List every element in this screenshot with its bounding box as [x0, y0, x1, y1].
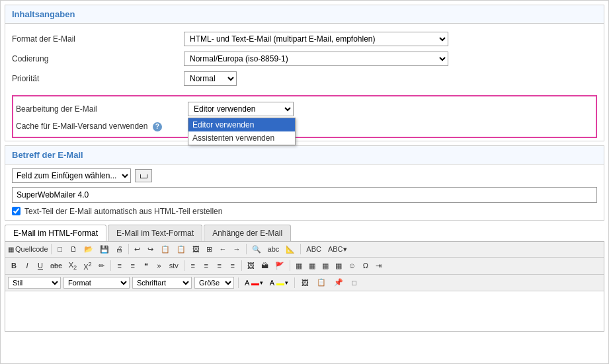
bearbeitung-select[interactable]: Editor verwenden — [188, 102, 294, 116]
bearbeitung-control: Editor verwenden Editor verwenden Assist… — [188, 102, 593, 116]
tab-anhaenge[interactable]: Anhänge der E-Mail — [204, 225, 291, 241]
font-color-button[interactable]: A ▾ — [243, 277, 265, 288]
insert-field-button[interactable]: ⌴ — [135, 169, 152, 182]
source-icon: ▦ — [8, 246, 14, 253]
toolbar-sep-4 — [300, 244, 301, 254]
format-copy-btn[interactable]: 📋 — [314, 277, 329, 288]
superscript-button[interactable]: X2 — [81, 260, 94, 272]
toolbar-sep-6 — [184, 260, 184, 271]
table3-button[interactable]: ▦ — [306, 260, 318, 272]
editor-container: ▦ Quellcode □ 🗋 📂 💾 🖨 ↩ ↪ 📋 📋 🖼 ⊞ ← → 🔍 … — [5, 241, 604, 332]
subject-input[interactable] — [12, 187, 597, 203]
toolbar-paste-btn[interactable]: 📋 — [174, 244, 188, 255]
toolbar-row-1: ▦ Quellcode □ 🗋 📂 💾 🖨 ↩ ↪ 📋 📋 🖼 ⊞ ← → 🔍 … — [5, 242, 604, 258]
toolbar-sep-2 — [128, 244, 129, 254]
outdent-button[interactable]: stv — [167, 260, 181, 271]
size-select[interactable]: Größe — [194, 277, 234, 289]
indent-button[interactable]: » — [153, 260, 165, 271]
codierung-row: Codierung Normal/Europa (iso-8859-1) — [12, 49, 597, 69]
emoji-button[interactable]: ☺ — [346, 260, 358, 271]
tabs-row: E-Mail im HTML-Format E-Mail im Text-For… — [5, 225, 604, 241]
toolbar-back-btn[interactable]: ← — [217, 244, 229, 254]
tab-html-format[interactable]: E-Mail im HTML-Format — [5, 225, 106, 241]
toolbar-newdoc-btn[interactable]: □ — [54, 244, 66, 254]
autotext-checkbox-row: Text-Teil der E-Mail automatisch aus HTM… — [12, 207, 597, 216]
bearbeitung-cache-box: Bearbeitung der E-Mail Editor verwenden … — [12, 95, 597, 138]
ol-button[interactable]: ≡ — [114, 260, 126, 271]
toolbar-print-btn[interactable]: 🖨 — [113, 244, 126, 254]
bearbeitung-dropdown-container: Editor verwenden Editor verwenden Assist… — [188, 102, 294, 116]
tab-button[interactable]: ⇥ — [373, 260, 385, 272]
tab-text-format[interactable]: E-Mail im Text-Format — [108, 225, 202, 241]
toolbar-fwd-btn[interactable]: → — [231, 244, 243, 254]
format-select[interactable]: HTML- und Text-E-Mail (multipart E-Mail,… — [184, 32, 448, 46]
toolbar-templates-btn[interactable]: 🗋 — [67, 244, 80, 254]
format-paste-btn[interactable]: 📌 — [331, 277, 346, 288]
dropdown-editor-item[interactable]: Editor verwenden — [188, 118, 295, 131]
toolbar-abc-btn[interactable]: ABC — [304, 244, 324, 254]
bearbeitung-dropdown-list: Editor verwenden Assistenten verwenden — [188, 118, 296, 145]
inhaltsangaben-section: Inhaltsangaben Format der E-Mail HTML- u… — [5, 5, 604, 141]
align-left-button[interactable]: ≡ — [187, 260, 199, 271]
toolbar-sep-8 — [290, 260, 290, 271]
toolbar-replace-btn[interactable]: abc — [265, 244, 282, 254]
prioritaet-row: Priorität Normal — [12, 69, 597, 89]
blockquote-button[interactable]: ❝ — [140, 260, 152, 272]
subscript-button[interactable]: X2 — [66, 260, 79, 272]
toolbar-redo-btn[interactable]: ↪ — [145, 244, 157, 255]
align-justify-button[interactable]: ≡ — [227, 260, 239, 271]
color-button[interactable]: ✏ — [96, 260, 108, 272]
align-right-button[interactable]: ≡ — [214, 260, 225, 271]
insert-field-select[interactable]: Feld zum Einfügen wählen... — [12, 168, 131, 183]
strikethrough-button[interactable]: abc — [48, 260, 65, 271]
italic-button[interactable]: I — [21, 260, 33, 271]
toolbar-save-btn[interactable]: 💾 — [97, 244, 112, 255]
toolbar-undo-btn[interactable]: ↩ — [132, 244, 143, 255]
editor-body[interactable] — [5, 291, 604, 331]
format-select[interactable]: Format — [63, 277, 130, 289]
cache-help-icon[interactable]: ? — [153, 122, 162, 131]
betreff-inner: Feld zum Einfügen wählen... ⌴ Text-Teil … — [5, 164, 604, 220]
cache-row: Cache für E-Mail-Versand verwenden ? — [16, 119, 593, 134]
source-button[interactable]: ▦ Quellcode — [8, 245, 48, 253]
codierung-label: Codierung — [12, 54, 184, 63]
style-select[interactable]: Stil — [8, 277, 61, 289]
format-control: HTML- und Text-E-Mail (multipart E-Mail,… — [184, 32, 597, 46]
highlight-color-icon: A — [270, 279, 284, 287]
toolbar-search-btn[interactable]: 🔍 — [249, 244, 264, 255]
underline-button[interactable]: U — [34, 260, 46, 271]
image-button[interactable]: 🖼 — [245, 260, 257, 271]
format-label: Format der E-Mail — [12, 34, 184, 44]
toolbar-row-2: B I U abc X2 X2 ✏ ≡ ≡ ❝ » stv ≡ ≡ ≡ ≡ 🖼 … — [5, 258, 604, 275]
bold-button[interactable]: B — [8, 260, 20, 271]
toolbar-abcstrike-btn[interactable]: ABC▾ — [325, 244, 350, 255]
format-extra-btn[interactable]: □ — [348, 277, 360, 288]
align-center-button[interactable]: ≡ — [200, 260, 212, 271]
format-sep-1 — [238, 277, 239, 288]
flag-button[interactable]: 🚩 — [272, 260, 287, 272]
toolbar-open-btn[interactable]: 📂 — [81, 244, 96, 255]
table5-button[interactable]: ▦ — [333, 260, 345, 272]
format-row: Format der E-Mail HTML- und Text-E-Mail … — [12, 29, 597, 49]
prioritaet-control: Normal — [184, 71, 597, 86]
font-color-arrow: ▾ — [260, 279, 263, 286]
font-select[interactable]: Schriftart — [132, 277, 192, 289]
toolbar-copy-btn[interactable]: 📋 — [158, 244, 173, 255]
format-sep-2 — [294, 277, 295, 288]
prioritaet-select[interactable]: Normal — [184, 71, 237, 86]
media-button[interactable]: 🏔 — [259, 260, 271, 271]
ul-button[interactable]: ≡ — [127, 260, 139, 271]
table2-button[interactable]: ▦ — [293, 260, 305, 272]
autotext-checkbox[interactable] — [12, 207, 20, 215]
font-color-icon: A — [245, 279, 259, 287]
toolbar-img-btn[interactable]: 🖼 — [190, 244, 202, 254]
tabs-container: E-Mail im HTML-Format E-Mail im Text-For… — [5, 225, 604, 241]
highlight-color-button[interactable]: A ▾ — [268, 277, 290, 288]
dropdown-assistant-item[interactable]: Assistenten verwenden — [188, 131, 295, 145]
toolbar-spellcheck-btn[interactable]: 📐 — [283, 244, 298, 255]
format-img-btn[interactable]: 🖼 — [299, 277, 311, 288]
codierung-select[interactable]: Normal/Europa (iso-8859-1) — [184, 52, 448, 66]
special-chars-button[interactable]: Ω — [360, 260, 372, 271]
toolbar-table-btn[interactable]: ⊞ — [204, 244, 216, 255]
table4-button[interactable]: ▦ — [319, 260, 331, 272]
